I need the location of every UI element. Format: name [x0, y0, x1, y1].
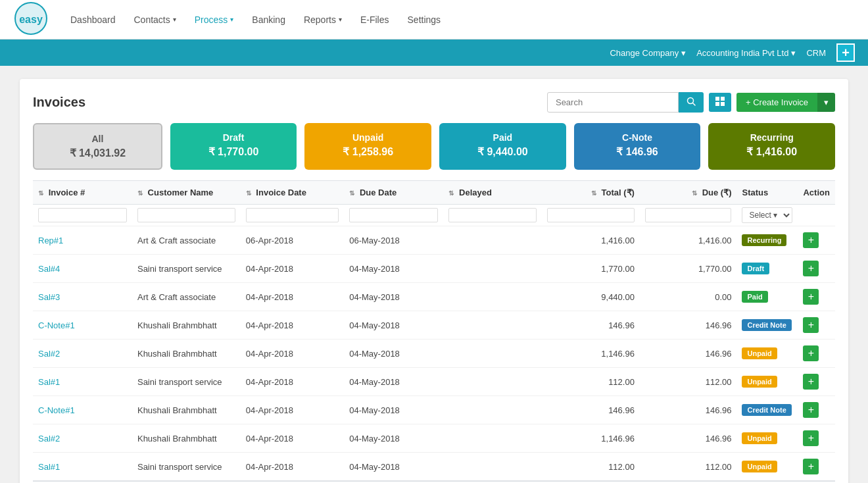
- cell-invoice-date: 04-Apr-2018: [241, 283, 345, 311]
- cell-delayed: [443, 340, 541, 368]
- summary-draft[interactable]: Draft ₹ 1,770.00: [170, 123, 297, 170]
- svg-rect-5: [715, 97, 719, 101]
- cell-due: 146.96: [640, 424, 737, 453]
- reports-arrow-icon: ▾: [339, 16, 342, 23]
- nav-banking[interactable]: Banking: [244, 9, 293, 30]
- secondary-nav: Change Company ▾ Accounting India Pvt Lt…: [0, 39, 868, 66]
- filter-due-date[interactable]: [349, 208, 438, 222]
- table-row: Sal#3 Art & Craft associate 04-Apr-2018 …: [33, 283, 835, 311]
- create-invoice-button[interactable]: + Create Invoice: [736, 93, 817, 112]
- cell-invoice-num[interactable]: C-Note#1: [33, 311, 132, 340]
- table-row: Sal#2 Khushali Brahmbhatt 04-Apr-2018 04…: [33, 340, 835, 368]
- sort-invoice-icon: ⇅: [38, 190, 43, 197]
- create-invoice-dropdown-button[interactable]: ▾: [817, 93, 835, 112]
- cell-due-date: 04-May-2018: [344, 311, 443, 340]
- cell-invoice-num[interactable]: C-Note#1: [33, 396, 132, 424]
- nav-dashboard[interactable]: Dashboard: [62, 9, 124, 30]
- cell-status: Unpaid: [736, 424, 798, 453]
- cell-due-date: 04-May-2018: [344, 396, 443, 424]
- main-nav: Dashboard Contacts ▾ Process ▾ Banking R…: [62, 9, 855, 30]
- table-row: Sal#1 Saini transport service 04-Apr-201…: [33, 368, 835, 396]
- status-badge: Recurring: [742, 234, 786, 246]
- cell-action: +: [798, 255, 835, 283]
- cell-invoice-num[interactable]: Sal#2: [33, 424, 132, 453]
- summary-all[interactable]: All ₹ 14,031.92: [33, 123, 162, 170]
- cell-invoice-date: 04-Apr-2018: [241, 368, 345, 396]
- table-row: Sal#1 Saini transport service 04-Apr-201…: [33, 453, 835, 482]
- svg-rect-7: [715, 102, 719, 106]
- filter-delayed[interactable]: [448, 208, 536, 222]
- cell-invoice-num[interactable]: Rep#1: [33, 226, 132, 255]
- col-delayed[interactable]: ⇅ Delayed: [443, 181, 541, 205]
- filter-total[interactable]: [547, 208, 635, 222]
- company-name-button[interactable]: Accounting India Pvt Ltd ▾: [696, 48, 796, 58]
- row-add-button[interactable]: +: [803, 345, 819, 361]
- row-add-button[interactable]: +: [803, 317, 819, 333]
- cell-due: 146.96: [640, 311, 737, 340]
- summary-paid[interactable]: Paid ₹ 9,440.00: [439, 123, 566, 170]
- table-row: C-Note#1 Khushali Brahmbhatt 04-Apr-2018…: [33, 311, 835, 340]
- cell-due-date: 04-May-2018: [344, 283, 443, 311]
- search-button[interactable]: [679, 92, 704, 113]
- nav-settings[interactable]: Settings: [400, 9, 449, 30]
- svg-rect-6: [721, 97, 725, 101]
- summary-cnote[interactable]: C-Note ₹ 146.96: [574, 123, 701, 170]
- sort-due-icon: ⇅: [692, 190, 697, 197]
- cell-total: 146.96: [542, 396, 640, 424]
- change-company-button[interactable]: Change Company ▾: [610, 48, 686, 58]
- cell-total: 1,146.96: [542, 340, 640, 368]
- cell-delayed: [443, 368, 541, 396]
- row-add-button[interactable]: +: [803, 430, 819, 446]
- filter-status-select[interactable]: Select ▾: [742, 207, 792, 223]
- cell-status: Credit Note: [736, 396, 798, 424]
- nav-efiles[interactable]: E-Files: [352, 9, 397, 30]
- cell-customer-name: Art & Craft associate: [132, 226, 241, 255]
- nav-contacts[interactable]: Contacts ▾: [126, 9, 184, 30]
- cell-invoice-num[interactable]: Sal#4: [33, 255, 132, 283]
- add-button[interactable]: +: [836, 43, 855, 62]
- col-invoice-date[interactable]: ⇅ Invoice Date: [241, 181, 345, 205]
- filter-due[interactable]: [645, 208, 732, 222]
- status-badge: Draft: [742, 263, 769, 274]
- grid-view-button[interactable]: [709, 93, 731, 112]
- logo[interactable]: easy: [13, 2, 49, 37]
- col-invoice-num[interactable]: ⇅ Invoice #: [33, 181, 132, 205]
- cell-invoice-date: 06-Apr-2018: [241, 226, 345, 255]
- status-badge: Unpaid: [742, 432, 777, 444]
- col-customer-name[interactable]: ⇅ Customer Name: [132, 181, 241, 205]
- col-total[interactable]: ⇅ Total (₹): [542, 181, 640, 205]
- status-badge: Unpaid: [742, 347, 777, 359]
- col-due[interactable]: ⇅ Due (₹): [640, 181, 737, 205]
- cell-action: +: [798, 453, 835, 482]
- summary-recurring[interactable]: Recurring ₹ 1,416.00: [708, 123, 835, 170]
- row-add-button[interactable]: +: [803, 459, 819, 474]
- cell-invoice-num[interactable]: Sal#1: [33, 368, 132, 396]
- main-content: Invoices: [0, 66, 868, 483]
- cell-invoice-date: 04-Apr-2018: [241, 311, 345, 340]
- filter-invoice-num[interactable]: [38, 208, 127, 222]
- row-add-button[interactable]: +: [803, 374, 819, 390]
- cell-total: 146.96: [542, 311, 640, 340]
- search-input[interactable]: [547, 92, 679, 113]
- nav-reports[interactable]: Reports ▾: [296, 9, 350, 30]
- row-add-button[interactable]: +: [803, 402, 819, 418]
- crm-button[interactable]: CRM: [806, 48, 826, 58]
- filter-invoice-date[interactable]: [246, 208, 339, 222]
- cell-invoice-date: 04-Apr-2018: [241, 340, 345, 368]
- nav-process[interactable]: Process ▾: [187, 9, 242, 30]
- filter-customer-name[interactable]: [137, 208, 235, 222]
- row-add-button[interactable]: +: [803, 261, 819, 276]
- col-due-date[interactable]: ⇅ Due Date: [344, 181, 443, 205]
- row-add-button[interactable]: +: [803, 232, 819, 248]
- cell-due-date: 04-May-2018: [344, 340, 443, 368]
- cell-invoice-num[interactable]: Sal#2: [33, 340, 132, 368]
- sort-date-icon: ⇅: [246, 190, 251, 197]
- cell-invoice-num[interactable]: Sal#1: [33, 453, 132, 482]
- row-add-button[interactable]: +: [803, 289, 819, 305]
- cell-invoice-num[interactable]: Sal#3: [33, 283, 132, 311]
- summary-unpaid[interactable]: Unpaid ₹ 1,258.96: [304, 123, 431, 170]
- cell-customer-name: Khushali Brahmbhatt: [132, 424, 241, 453]
- cell-due: 1,416.00: [640, 226, 737, 255]
- col-status: Status: [736, 181, 798, 205]
- search-icon: [687, 97, 696, 106]
